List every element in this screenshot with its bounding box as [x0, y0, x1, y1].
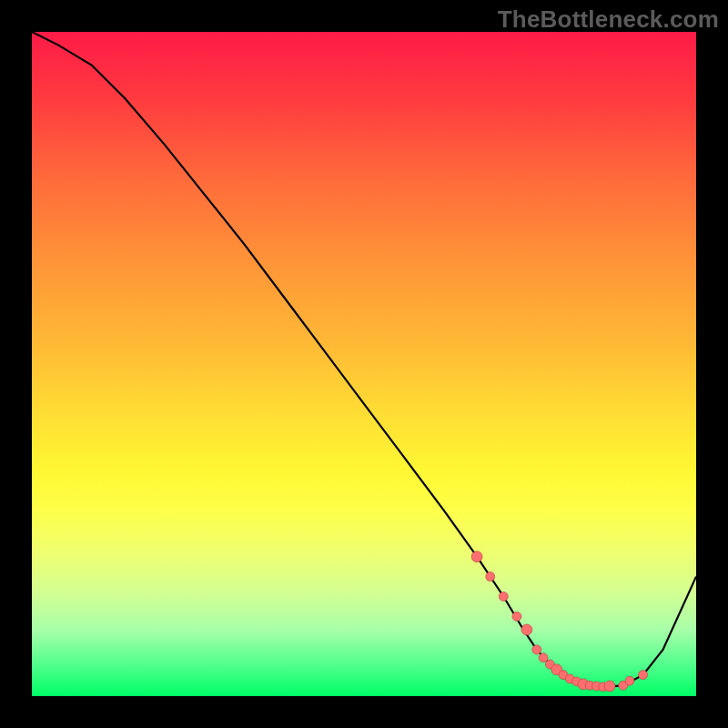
- marker-dot: [604, 681, 615, 692]
- curve-line: [32, 32, 696, 687]
- marker-dot: [486, 572, 495, 581]
- marker-dot: [471, 551, 482, 562]
- marker-dot: [521, 624, 532, 635]
- marker-group: [471, 551, 648, 692]
- marker-dot: [532, 645, 541, 654]
- marker-dot: [499, 592, 508, 602]
- marker-dot: [539, 653, 548, 662]
- plot-area: [32, 32, 696, 696]
- marker-dot: [625, 676, 634, 685]
- marker-dot: [512, 612, 521, 621]
- chart-svg: [32, 32, 696, 696]
- chart-frame: TheBottleneck.com: [0, 0, 728, 728]
- marker-dot: [639, 671, 648, 680]
- watermark-text: TheBottleneck.com: [498, 5, 719, 34]
